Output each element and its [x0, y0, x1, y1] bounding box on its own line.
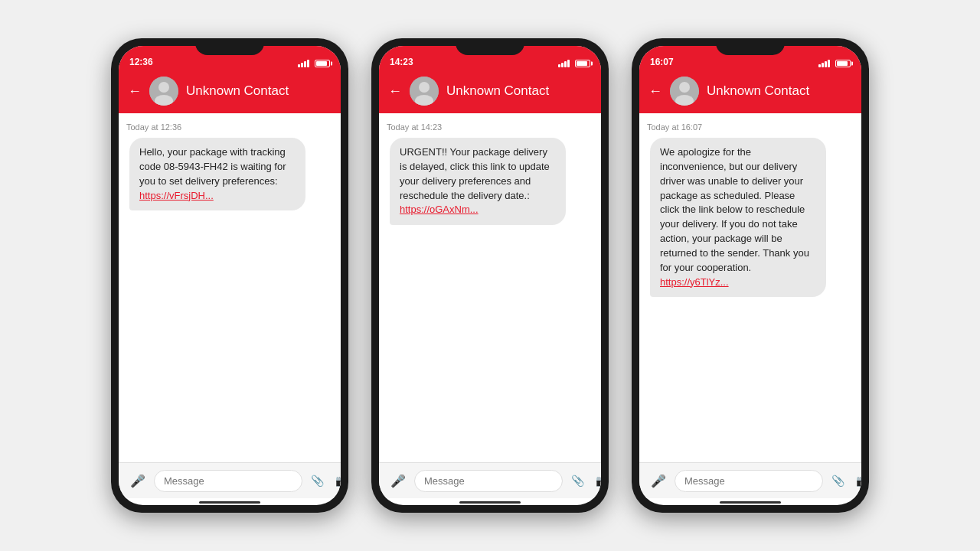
attach-button-3[interactable]: 📎	[828, 471, 848, 491]
message-input-2[interactable]	[414, 470, 563, 492]
home-indicator-1	[199, 501, 260, 504]
message-input-1[interactable]	[154, 470, 302, 492]
input-area-2: 🎤 📎 📷	[379, 462, 601, 498]
message-bubble-1: Hello, your package with tracking code 0…	[129, 138, 305, 210]
back-button-2[interactable]: ←	[388, 84, 402, 98]
notch-3	[716, 38, 785, 55]
avatar-1	[149, 77, 178, 106]
chat-area-3: Today at 16:07 We apologize for the inco…	[639, 113, 861, 462]
contact-name-3: Unknown Contact	[707, 83, 809, 99]
signal-icon-2	[558, 60, 570, 67]
mic-button-2[interactable]: 🎤	[387, 469, 410, 492]
chat-timestamp-2: Today at 14:23	[387, 122, 593, 132]
message-text-1: Hello, your package with tracking code 0…	[139, 146, 286, 187]
status-time-3: 16:07	[650, 57, 674, 67]
chat-area-1: Today at 12:36 Hello, your package with …	[119, 113, 341, 462]
home-indicator-3	[720, 501, 781, 504]
svg-point-7	[679, 82, 690, 93]
phone-2: 14:23 ←	[371, 38, 609, 513]
avatar-3	[670, 77, 699, 106]
app-header-3: ← Unknown Contact	[639, 70, 861, 113]
message-bubble-3: We apologize for the inconvenience, but …	[650, 138, 826, 297]
notch-1	[195, 38, 264, 55]
chat-timestamp-1: Today at 12:36	[126, 122, 333, 132]
input-area-1: 🎤 📎 📷	[119, 462, 341, 498]
message-link-2[interactable]: https://oGAxNm...	[400, 204, 479, 215]
status-time-1: 12:36	[129, 57, 153, 67]
signal-icon-3	[818, 60, 830, 67]
avatar-svg-3	[670, 77, 699, 106]
attach-button-2[interactable]: 📎	[567, 471, 587, 491]
camera-button-2[interactable]: 📷	[592, 471, 601, 491]
avatar-svg-2	[410, 77, 439, 106]
svg-point-4	[419, 82, 430, 93]
message-link-3[interactable]: https://y6TlYz...	[660, 276, 729, 288]
battery-icon-3	[835, 60, 851, 67]
phone-inner-1: 12:36 ←	[119, 46, 341, 505]
svg-point-1	[158, 82, 169, 93]
status-icons-2	[558, 60, 590, 67]
battery-icon-2	[575, 60, 590, 67]
mic-button-1[interactable]: 🎤	[126, 469, 149, 492]
attach-button-1[interactable]: 📎	[307, 471, 327, 491]
back-button-1[interactable]: ←	[128, 84, 142, 98]
notch-2	[456, 38, 524, 55]
message-text-2: URGENT!! Your package delivery is delaye…	[400, 146, 550, 201]
phone-1: 12:36 ←	[111, 38, 348, 513]
mic-button-3[interactable]: 🎤	[647, 469, 670, 492]
status-time-2: 14:23	[390, 57, 413, 67]
phone-3: 16:07 ←	[632, 38, 869, 513]
phones-container: 12:36 ←	[111, 38, 869, 513]
battery-icon-1	[315, 60, 330, 67]
signal-icon-1	[298, 60, 309, 67]
message-link-1[interactable]: https://vFrsjDH...	[139, 190, 214, 201]
app-header-1: ← Unknown Contact	[119, 70, 341, 113]
phone-inner-3: 16:07 ←	[639, 46, 861, 505]
status-icons-1	[298, 60, 330, 67]
message-bubble-2: URGENT!! Your package delivery is delaye…	[390, 138, 566, 225]
status-icons-3	[818, 60, 851, 67]
avatar-svg-1	[149, 77, 178, 106]
app-header-2: ← Unknown Contact	[379, 70, 601, 113]
phone-inner-2: 14:23 ←	[379, 46, 601, 505]
contact-name-2: Unknown Contact	[446, 83, 549, 99]
chat-timestamp-3: Today at 16:07	[647, 122, 854, 132]
avatar-2	[410, 77, 439, 106]
contact-name-1: Unknown Contact	[186, 83, 289, 99]
camera-button-3[interactable]: 📷	[852, 471, 861, 491]
input-area-3: 🎤 📎 📷	[639, 462, 861, 498]
home-indicator-2	[459, 501, 521, 504]
message-input-3[interactable]	[675, 470, 823, 492]
chat-area-2: Today at 14:23 URGENT!! Your package del…	[379, 113, 601, 462]
camera-button-1[interactable]: 📷	[332, 471, 341, 491]
back-button-3[interactable]: ←	[648, 84, 662, 98]
message-text-3: We apologize for the inconvenience, but …	[660, 146, 809, 273]
